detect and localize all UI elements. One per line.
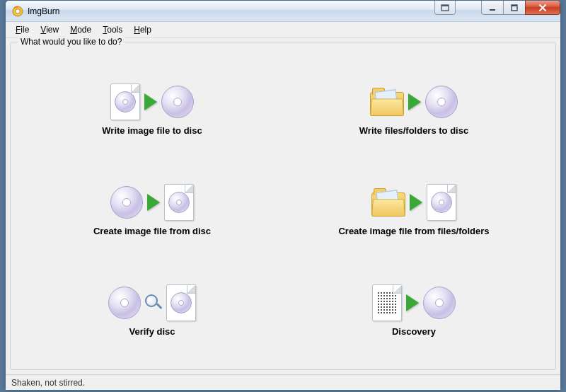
image-file-icon [110,83,140,120]
action-grid: Write image file to disc Write files/fol… [18,55,548,362]
menu-bar: File View Mode Tools Help File View Mode… [6,22,560,38]
action-discovery[interactable]: Discovery [294,260,534,358]
disc-icon [423,287,456,319]
action-label: Write files/folders to disc [359,125,468,136]
action-create-image-from-disc[interactable]: Create image file from disc [32,160,272,258]
menu-mode[interactable]: Mode [64,23,97,36]
action-icons [108,282,196,323]
action-label: Verify disc [129,326,175,337]
action-write-files-to-disc[interactable]: Write files/folders to disc [294,59,534,157]
action-label: Create image file from disc [93,226,211,236]
action-create-image-from-files[interactable]: Create image file from files/folders [294,160,534,258]
action-write-image-to-disc[interactable]: Write image file to disc [32,59,272,157]
group-label: What would you like to do? [18,37,125,47]
arrow-right-icon [147,194,160,211]
folder-icon [371,188,405,217]
arrow-right-icon [406,294,419,311]
action-icons [372,282,456,323]
svg-rect-3 [441,5,449,6]
menu-help[interactable]: Help [128,23,157,36]
close-button[interactable] [525,1,560,15]
disc-icon [110,186,143,219]
action-icons [370,81,458,122]
svg-rect-6 [512,5,517,6]
maximize-button[interactable] [503,1,526,15]
svg-rect-4 [490,9,495,11]
titlebar[interactable]: ImgBurn [6,1,560,22]
action-icons [110,81,194,122]
arrow-right-icon [410,194,422,211]
arrow-right-icon [408,93,421,110]
window-controls [482,1,560,15]
action-label: Write image file to disc [102,125,202,136]
image-file-icon [164,184,194,221]
disc-icon [161,86,194,118]
action-icons [110,182,194,223]
minimize-button[interactable] [481,1,504,15]
action-label: Create image file from files/folders [338,226,489,236]
image-file-icon [427,184,456,221]
image-file-icon [166,284,196,321]
menu-tools[interactable]: Tools [97,23,128,36]
extra-titlebar-button[interactable] [434,1,456,15]
arrow-right-icon [144,93,157,110]
action-verify-disc[interactable]: Verify disc [32,260,272,358]
app-icon [12,6,23,17]
main-window: ImgBurn File View Mode Tools Help File V… [5,0,561,391]
ez-mode-group: What would you like to do? Write image f… [10,42,556,370]
disc-icon [108,287,141,319]
magnifier-icon [145,294,162,311]
status-text: Shaken, not stirred. [11,378,85,388]
client-area: What would you like to do? Write image f… [6,38,560,374]
menu-view[interactable]: View [35,23,64,36]
data-file-icon [372,284,402,321]
folder-icon [370,88,404,116]
window-title: ImgBurn [28,6,59,16]
action-label: Discovery [392,326,436,337]
menu-file[interactable]: File [10,23,35,36]
menu-file-rest: ile [21,25,29,35]
disc-icon [425,86,458,118]
action-icons [371,182,456,223]
svg-point-1 [16,8,20,13]
status-bar: Shaken, not stirred. [6,374,560,390]
